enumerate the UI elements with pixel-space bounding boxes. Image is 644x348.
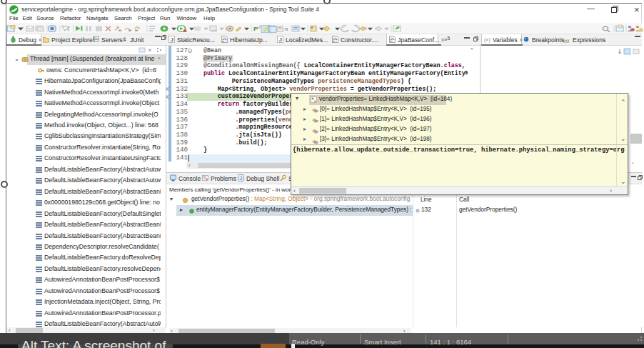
svg-text:P: P: [253, 26, 258, 32]
svg-text:(×): (×): [484, 37, 490, 43]
svg-text:J: J: [121, 36, 124, 43]
svg-text:J: J: [171, 36, 173, 43]
svg-text:x+y: x+y: [563, 38, 570, 42]
svg-text:J: J: [239, 176, 243, 182]
svg-text:J: J: [279, 36, 282, 43]
svg-text:π: π: [284, 25, 288, 32]
